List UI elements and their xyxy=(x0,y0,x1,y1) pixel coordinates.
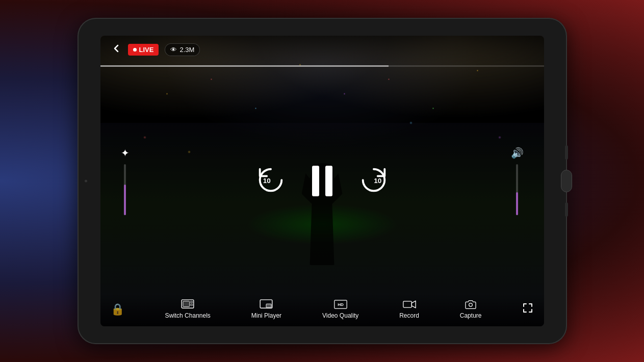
svg-text:10: 10 xyxy=(374,177,381,185)
switch-channels-label: Switch Channels xyxy=(165,312,210,319)
lock-button[interactable]: 🔒 xyxy=(111,303,124,316)
pause-bar-right xyxy=(325,166,332,196)
volume-fill xyxy=(516,192,518,215)
volume-slider[interactable]: 🔊 xyxy=(511,147,524,215)
live-badge: LIVE xyxy=(128,44,159,56)
back-button[interactable] xyxy=(111,43,122,57)
expand-button[interactable] xyxy=(522,302,533,317)
brightness-slider[interactable]: ✦ xyxy=(121,147,130,215)
capture-label: Capture xyxy=(460,312,482,319)
record-button[interactable]: Record xyxy=(399,299,419,319)
brightness-fill xyxy=(124,185,126,215)
volume-button xyxy=(565,202,568,217)
switch-channels-icon xyxy=(181,299,194,309)
video-quality-button[interactable]: HD Video Quality xyxy=(322,299,358,319)
svg-rect-10 xyxy=(403,301,411,307)
viewers-count: 2.3M xyxy=(179,46,194,54)
svg-point-11 xyxy=(469,303,473,307)
live-label: LIVE xyxy=(139,46,154,54)
home-button[interactable] xyxy=(561,170,572,192)
bottom-toolbar: 🔒 Switch Channels Mini Player xyxy=(100,293,544,326)
brightness-track[interactable] xyxy=(124,164,126,215)
tablet-device: LIVE 👁 2.3M ✦ 🔊 xyxy=(78,18,567,344)
capture-icon xyxy=(464,299,477,309)
volume-track[interactable] xyxy=(516,164,518,215)
record-label: Record xyxy=(399,312,419,319)
svg-rect-3 xyxy=(183,301,190,307)
svg-rect-4 xyxy=(191,301,193,303)
camera-dot xyxy=(85,180,87,183)
tablet-screen: LIVE 👁 2.3M ✦ 🔊 xyxy=(100,36,544,326)
brightness-icon: ✦ xyxy=(121,147,130,159)
viewers-badge: 👁 2.3M xyxy=(165,43,200,56)
pause-button[interactable] xyxy=(312,166,332,196)
expand-icon xyxy=(522,302,533,317)
mini-player-label: Mini Player xyxy=(251,312,281,319)
record-icon xyxy=(403,299,416,309)
forward-button[interactable]: 10 xyxy=(358,165,390,197)
rewind-button[interactable]: 10 xyxy=(255,165,287,197)
top-bar: LIVE 👁 2.3M xyxy=(100,36,544,64)
playback-controls: 10 10 xyxy=(255,165,390,197)
mini-player-icon xyxy=(260,299,273,309)
mini-player-button[interactable]: Mini Player xyxy=(251,299,281,319)
capture-button[interactable]: Capture xyxy=(460,299,482,319)
video-quality-icon: HD xyxy=(334,299,347,309)
volume-icon: 🔊 xyxy=(511,147,524,159)
svg-rect-5 xyxy=(191,304,193,306)
svg-text:10: 10 xyxy=(263,177,270,185)
viewers-icon: 👁 xyxy=(170,46,177,54)
switch-channels-button[interactable]: Switch Channels xyxy=(165,299,210,319)
svg-rect-7 xyxy=(266,304,271,307)
pause-bar-left xyxy=(312,166,319,196)
svg-text:HD: HD xyxy=(338,302,344,307)
tablet-side-buttons xyxy=(561,145,572,217)
lock-icon: 🔒 xyxy=(111,303,124,316)
video-quality-label: Video Quality xyxy=(322,312,358,319)
headphone-icon xyxy=(565,145,568,160)
live-indicator-dot xyxy=(133,48,137,51)
progress-bar-track[interactable] xyxy=(100,65,544,67)
